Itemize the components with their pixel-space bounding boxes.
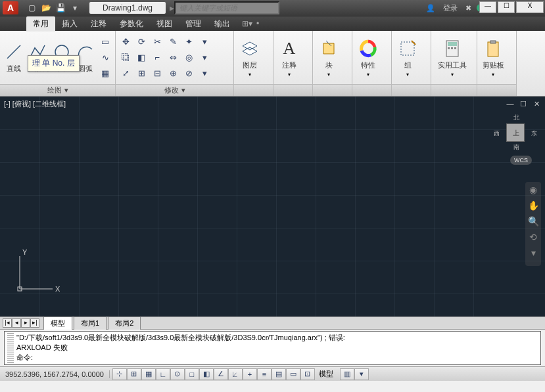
expand-icon: ▾: [181, 86, 185, 95]
extra1-icon[interactable]: ▾: [197, 35, 212, 49]
tab-home[interactable]: 常用: [26, 16, 55, 32]
tab-output[interactable]: 输出: [208, 16, 237, 32]
addins-icon[interactable]: ⊞▾: [242, 19, 252, 28]
clipboard-icon: [483, 38, 504, 59]
tab-manage[interactable]: 管理: [179, 16, 208, 32]
window-minimize-button[interactable]: —: [479, 1, 496, 13]
block-button[interactable]: 块▾: [316, 38, 342, 77]
status-3dosnap-icon[interactable]: ◧: [199, 368, 214, 380]
qat-dropdown-icon[interactable]: ▾: [68, 2, 82, 14]
command-line[interactable]: "D:/下载/soft1/3d3s9.0最新全模块破解版/3d3s9.0最新全模…: [4, 331, 541, 365]
status-osnap-icon[interactable]: □: [185, 368, 199, 380]
status-dyn-icon[interactable]: +: [243, 368, 257, 380]
tab-last-icon[interactable]: ▸|: [30, 318, 39, 328]
cmdline-grip-icon[interactable]: [7, 333, 14, 363]
nav-orbit-icon[interactable]: ⟲: [525, 232, 541, 248]
status-otrack-icon[interactable]: ∠: [214, 368, 228, 380]
spline-icon[interactable]: ∿: [98, 51, 112, 65]
tab-prev-icon[interactable]: ◂: [12, 318, 21, 328]
statusbar: 3952.5396, 1567.2754, 0.0000 ⊹ ⊞ ▦ ∟ ⊙ □…: [0, 366, 545, 381]
drawing-canvas[interactable]: [-] [俯视] [二维线框] — ☐ ✕ 北 南 东 西 上 WCS ◉ ✋ …: [0, 97, 545, 316]
rotate-icon[interactable]: ⟳: [134, 35, 149, 49]
rectangle-icon[interactable]: ▭: [98, 35, 112, 49]
properties-button[interactable]: 特性▾: [355, 38, 381, 77]
viewport-maximize-icon[interactable]: ☐: [519, 100, 528, 109]
nav-show-icon[interactable]: ▾: [525, 248, 541, 263]
viewport-close-icon[interactable]: ✕: [532, 100, 541, 109]
utilities-button[interactable]: 实用工具▾: [434, 38, 471, 77]
layer-button[interactable]: 图层▾: [237, 38, 263, 77]
scale-icon[interactable]: ⤢: [118, 66, 133, 81]
cmd-prompt: 命令:: [7, 353, 538, 362]
status-ducs-icon[interactable]: ⟀: [228, 368, 243, 380]
status-sc-icon[interactable]: ⊡: [300, 368, 315, 380]
group-button[interactable]: 组▾: [394, 38, 421, 77]
line-button[interactable]: 直线: [3, 41, 25, 74]
new-icon[interactable]: ▢: [25, 2, 38, 14]
nav-pan-icon[interactable]: ✋: [525, 200, 541, 216]
tab-view[interactable]: 视图: [150, 16, 179, 32]
status-grid-icon[interactable]: ▦: [141, 368, 156, 380]
search-input[interactable]: [174, 1, 279, 14]
join-icon[interactable]: ⊕: [166, 66, 180, 81]
status-qp-icon[interactable]: ▭: [286, 368, 300, 380]
line-icon: [3, 41, 24, 62]
status-space[interactable]: 模型: [315, 369, 337, 379]
clipboard-button[interactable]: 剪贴板▾: [480, 38, 506, 77]
wcs-badge[interactable]: WCS: [510, 156, 532, 165]
status-quickview-icon[interactable]: ▥: [340, 368, 354, 380]
status-ortho-icon[interactable]: ∟: [156, 368, 170, 380]
properties-label: 特性: [361, 60, 375, 70]
arrayr-icon[interactable]: ⊟: [150, 66, 164, 81]
status-polar-icon[interactable]: ⊙: [170, 368, 185, 380]
explode-icon[interactable]: ✦: [181, 35, 196, 49]
fillet-icon[interactable]: ⌐: [150, 51, 164, 65]
tab-insert[interactable]: 插入: [55, 16, 84, 32]
viewport-label[interactable]: [-] [俯视] [二维线框]: [4, 99, 66, 109]
mirror-icon[interactable]: ◧: [134, 51, 149, 65]
tab-next-icon[interactable]: ▸: [21, 318, 30, 328]
annotation-button[interactable]: A 注释▾: [276, 38, 302, 77]
ucs-icon[interactable]: Y X: [12, 251, 58, 297]
tab-more-icon[interactable]: •: [256, 19, 259, 28]
extra3-icon[interactable]: ▾: [197, 66, 212, 81]
extra2-icon[interactable]: ▾: [197, 51, 212, 65]
tab-layout2[interactable]: 布局2: [108, 316, 141, 330]
break-icon[interactable]: ⊘: [181, 66, 196, 81]
status-infer-icon[interactable]: ⊹: [112, 368, 127, 380]
tab-first-icon[interactable]: |◂: [3, 318, 12, 328]
tab-parametric[interactable]: 参数化: [113, 16, 150, 32]
copy-icon[interactable]: ⿻: [118, 51, 133, 65]
viewcube-face[interactable]: 上: [506, 123, 525, 142]
erase-icon[interactable]: ✎: [166, 35, 180, 49]
tab-model[interactable]: 模型: [43, 316, 72, 330]
exchange-icon[interactable]: ✖: [463, 4, 474, 12]
arc-label: 圆弧: [78, 64, 93, 74]
stretch-icon[interactable]: ⇔: [166, 51, 180, 65]
window-close-button[interactable]: X: [516, 1, 544, 13]
trim-icon[interactable]: ✂: [150, 35, 164, 49]
status-tpy-icon[interactable]: ▤: [272, 368, 286, 380]
tab-layout1[interactable]: 布局1: [74, 316, 107, 330]
viewcube[interactable]: 北 南 东 西 上: [499, 116, 532, 149]
nav-zoom-icon[interactable]: 🔍: [525, 216, 541, 232]
coordinates[interactable]: 3952.5396, 1567.2754, 0.0000: [0, 370, 110, 378]
tab-annotate[interactable]: 注释: [84, 16, 113, 32]
panel-title-modify[interactable]: 修改▾: [116, 84, 233, 96]
move-icon[interactable]: ✥: [118, 35, 133, 49]
hatch-icon[interactable]: ▦: [98, 66, 112, 81]
status-lwt-icon[interactable]: ≡: [257, 368, 272, 380]
window-maximize-button[interactable]: ☐: [498, 1, 515, 13]
nav-wheel-icon[interactable]: ◉: [525, 185, 541, 200]
login-button[interactable]: 登录: [440, 3, 460, 13]
status-quickview2-icon[interactable]: ▾: [354, 368, 369, 380]
status-snap-icon[interactable]: ⊞: [127, 368, 141, 380]
open-icon[interactable]: 📂: [39, 2, 53, 14]
app-logo[interactable]: A: [3, 1, 18, 14]
save-icon[interactable]: 💾: [54, 2, 67, 14]
array-icon[interactable]: ⊞: [134, 66, 149, 81]
infocenter-icon[interactable]: 👤: [423, 4, 438, 12]
offset-icon[interactable]: ◎: [181, 51, 196, 65]
panel-title-draw[interactable]: 绘图▾: [0, 84, 115, 96]
viewport-minimize-icon[interactable]: —: [506, 100, 515, 109]
